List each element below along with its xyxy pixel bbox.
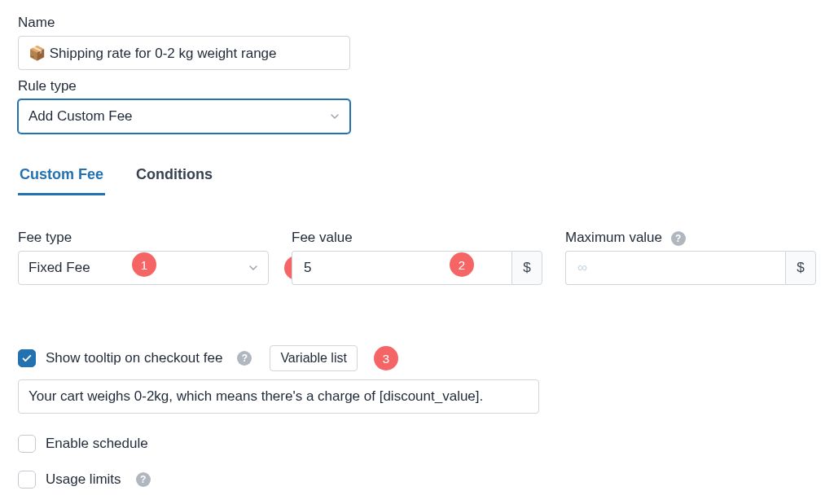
usage-limits-label: Usage limits <box>46 471 121 488</box>
enable-schedule-row: Enable schedule <box>18 435 816 453</box>
fee-value-input-wrapper[interactable] <box>292 251 511 285</box>
tooltip-text-wrapper <box>18 379 539 414</box>
chevron-down-icon <box>248 263 258 273</box>
rule-type-value: Add Custom Fee <box>29 108 323 125</box>
show-tooltip-row: Show tooltip on checkout fee ? Variable … <box>18 345 816 371</box>
show-tooltip-label: Show tooltip on checkout fee <box>46 350 222 366</box>
fee-value-label: Fee value <box>292 230 542 246</box>
badge-2: 2 <box>450 252 474 277</box>
max-value-label: Maximum value ? <box>565 230 816 246</box>
max-value-unit: $ <box>785 251 816 285</box>
usage-limits-row: Usage limits ? <box>18 471 816 489</box>
enable-schedule-checkbox[interactable] <box>18 435 36 453</box>
variable-list-button[interactable]: Variable list <box>270 345 358 371</box>
rule-type-select[interactable]: Add Custom Fee <box>18 99 350 134</box>
tab-custom-fee[interactable]: Custom Fee <box>18 161 105 195</box>
tab-conditions[interactable]: Conditions <box>134 161 214 195</box>
max-value-label-text: Maximum value <box>565 230 662 245</box>
show-tooltip-checkbox[interactable] <box>18 349 36 367</box>
chevron-down-icon <box>330 112 340 121</box>
max-value-group: $ <box>565 251 816 285</box>
name-input-wrapper[interactable] <box>18 36 350 70</box>
rule-type-label: Rule type <box>18 78 816 94</box>
help-icon[interactable]: ? <box>671 231 686 246</box>
usage-limits-checkbox[interactable] <box>18 471 36 489</box>
tooltip-text-input[interactable] <box>29 388 529 405</box>
max-value-input-wrapper[interactable] <box>565 251 785 285</box>
name-label: Name <box>18 15 816 31</box>
badge-1: 1 <box>132 252 156 277</box>
enable-schedule-label: Enable schedule <box>46 436 148 452</box>
tooltip-text-input-wrapper[interactable] <box>18 379 539 414</box>
help-icon[interactable]: ? <box>237 351 252 366</box>
badge-3: 3 <box>374 346 398 370</box>
fee-value-group: $ <box>292 251 542 285</box>
name-input[interactable] <box>29 45 340 61</box>
help-icon[interactable]: ? <box>136 472 151 487</box>
fee-type-label: Fee type <box>18 230 269 246</box>
fee-value-unit: $ <box>511 251 542 285</box>
tabs: Custom Fee Conditions <box>18 161 816 195</box>
max-value-input[interactable] <box>577 260 774 276</box>
